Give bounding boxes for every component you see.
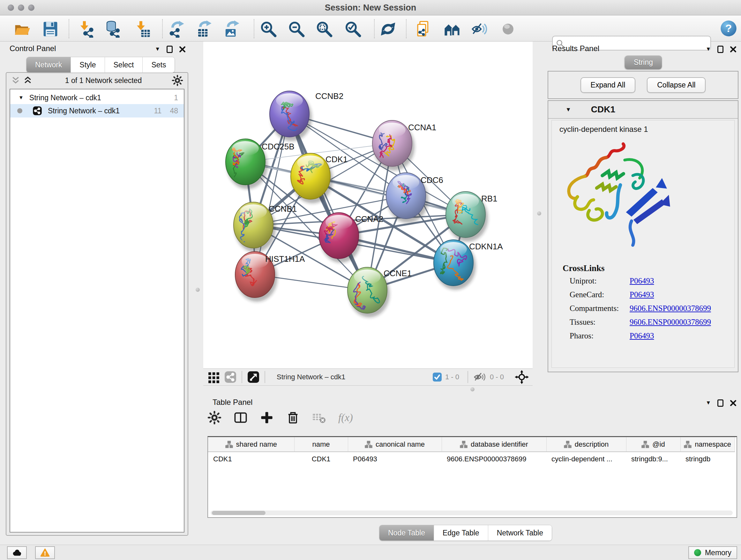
crosslink-row: Compartments: 9606.ENSP00000378699 xyxy=(569,304,734,313)
network-node-CCNB2[interactable]: CCNB2 xyxy=(270,91,343,141)
help-icon[interactable]: ? xyxy=(720,20,737,37)
table-cell[interactable]: CDK1 xyxy=(208,452,294,466)
network-canvas[interactable]: CCNB2CCNA1CDC25BCDK1CDC6RB1CCNB1CCNA2CDK… xyxy=(203,42,533,368)
import-network-file-icon[interactable] xyxy=(77,20,95,38)
hide-selection-icon[interactable] xyxy=(471,20,488,38)
network-node-CCNE1[interactable]: CCNE1 xyxy=(347,267,412,317)
gene-section-header[interactable]: ▼ CDK1 xyxy=(548,101,738,119)
cloud-status-button[interactable] xyxy=(7,546,27,559)
collapse-panel-icon[interactable]: ▼ xyxy=(705,399,711,407)
float-panel-icon[interactable] xyxy=(718,46,724,53)
table-horizontal-scrollbar[interactable] xyxy=(211,510,733,515)
crosslink-tissues[interactable]: 9606.ENSP00000378699 xyxy=(630,318,711,327)
tab-network[interactable]: Network xyxy=(26,57,71,72)
network-node-CDC6[interactable]: CDC6 xyxy=(386,173,443,223)
network-node-CDKN1A[interactable]: CDKN1A xyxy=(434,240,503,290)
right-splitter-handle[interactable] xyxy=(537,211,541,215)
network-node-RB1[interactable]: RB1 xyxy=(446,192,497,242)
crosslink-compartments[interactable]: 9606.ENSP00000378699 xyxy=(630,304,711,313)
network-node-HIST1H1A[interactable]: HIST1H1A xyxy=(235,252,305,302)
import-network-database-icon[interactable] xyxy=(104,20,121,38)
tab-edge-table[interactable]: Edge Table xyxy=(434,525,488,541)
title-bar[interactable]: Session: New Session xyxy=(0,0,741,15)
column-header-namespace[interactable]: namespace xyxy=(680,437,735,452)
collapse-all-networks-icon[interactable] xyxy=(23,76,32,85)
expand-all-button[interactable]: Expand All xyxy=(581,77,636,93)
float-panel-icon[interactable] xyxy=(718,399,724,407)
tab-sets[interactable]: Sets xyxy=(143,57,175,72)
tab-network-table[interactable]: Network Table xyxy=(488,525,552,541)
column-header-canonical-name[interactable]: canonical name xyxy=(348,437,442,452)
table-cell[interactable]: cyclin-dependent ... xyxy=(546,452,626,466)
network-collection-row[interactable]: ▼ String Network – cdk1 1 xyxy=(10,91,184,104)
close-panel-icon[interactable] xyxy=(730,46,737,53)
export-network-icon[interactable] xyxy=(167,20,185,38)
show-all-icon[interactable] xyxy=(499,20,517,38)
hidden-eye-icon[interactable] xyxy=(473,371,487,383)
network-node-CDK1[interactable]: CDK1 xyxy=(291,153,347,203)
memory-button[interactable]: Memory xyxy=(688,546,737,559)
tab-select[interactable]: Select xyxy=(105,57,143,72)
node-navigation-crosshair-icon[interactable] xyxy=(515,370,529,384)
table-options-gear-icon[interactable] xyxy=(207,411,221,425)
scrollbar-thumb[interactable] xyxy=(212,511,266,515)
table-cell[interactable]: stringdb:9... xyxy=(626,452,680,466)
fit-content-icon[interactable] xyxy=(316,20,333,38)
show-columns-icon[interactable] xyxy=(233,411,248,425)
table-row[interactable]: CDK1CDK1P064939606.ENSP00000378699cyclin… xyxy=(208,452,735,466)
zoom-selected-icon[interactable] xyxy=(344,20,361,38)
network-edge-CCNB2-CCNE1[interactable] xyxy=(289,114,367,290)
float-panel-icon[interactable] xyxy=(166,46,173,53)
delete-table-icon[interactable] xyxy=(312,411,326,425)
open-in-browser-icon[interactable] xyxy=(247,371,259,383)
tab-node-table[interactable]: Node Table xyxy=(380,525,434,541)
tab-style[interactable]: Style xyxy=(71,57,105,72)
column-header-description[interactable]: description xyxy=(546,437,626,452)
table-cell[interactable]: stringdb xyxy=(680,452,735,466)
warnings-button[interactable] xyxy=(35,546,55,559)
network-options-gear-icon[interactable] xyxy=(172,75,183,86)
column-header-database-identifier[interactable]: database identifier xyxy=(442,437,546,452)
collapse-all-button[interactable]: Collapse All xyxy=(647,77,705,93)
column-header--id[interactable]: @id xyxy=(626,437,680,452)
network-node-CCNA1[interactable]: CCNA1 xyxy=(373,120,436,171)
selected-checkbox-icon[interactable] xyxy=(432,372,442,382)
network-node-CDC25B[interactable]: CDC25B xyxy=(226,139,294,189)
node-table[interactable]: shared namenamecanonical namedatabase id… xyxy=(207,436,737,518)
table-cell[interactable]: 9606.ENSP00000378699 xyxy=(442,452,546,466)
crosslink-uniprot[interactable]: P06493 xyxy=(630,276,654,286)
open-session-icon[interactable] xyxy=(13,20,30,38)
collection-expand-icon[interactable]: ▼ xyxy=(18,95,23,101)
create-column-plus-icon[interactable] xyxy=(260,411,274,425)
table-cell[interactable]: P06493 xyxy=(348,452,442,466)
crosslink-pharos[interactable]: P06493 xyxy=(630,331,654,340)
column-header-shared-name[interactable]: shared name xyxy=(208,437,294,452)
birds-eye-grid-icon[interactable] xyxy=(208,371,220,383)
close-panel-icon[interactable] xyxy=(730,400,737,407)
first-neighbors-icon[interactable] xyxy=(444,20,461,38)
function-builder-icon[interactable]: f(x) xyxy=(338,412,353,424)
section-expand-icon[interactable]: ▼ xyxy=(565,106,571,113)
zoom-out-icon[interactable] xyxy=(288,20,305,38)
zoom-in-icon[interactable] xyxy=(260,20,277,38)
close-panel-icon[interactable] xyxy=(179,46,186,53)
collapse-panel-icon[interactable]: ▼ xyxy=(705,45,711,53)
crosslinks-title: CrossLinks xyxy=(562,263,734,273)
string-panel-toggle-icon[interactable] xyxy=(224,371,237,383)
left-splitter-handle[interactable] xyxy=(196,288,200,292)
import-table-file-icon[interactable] xyxy=(134,20,151,38)
apply-layout-icon[interactable] xyxy=(380,20,397,38)
expand-all-networks-icon[interactable] xyxy=(11,76,20,85)
network-row[interactable]: String Network – cdk1 11 48 xyxy=(10,104,184,118)
new-network-from-selection-icon[interactable] xyxy=(415,20,432,38)
column-header-name[interactable]: name xyxy=(294,437,348,452)
delete-column-trash-icon[interactable] xyxy=(286,411,300,425)
export-image-icon[interactable] xyxy=(223,20,240,38)
collapse-panel-icon[interactable]: ▼ xyxy=(155,45,160,53)
tab-string[interactable]: String xyxy=(625,56,662,69)
table-cell[interactable]: CDK1 xyxy=(294,452,348,466)
crosslink-genecard[interactable]: P06493 xyxy=(630,290,654,299)
save-session-icon[interactable] xyxy=(42,20,59,38)
export-table-icon[interactable] xyxy=(195,20,212,38)
bottom-splitter-handle[interactable] xyxy=(470,387,475,391)
